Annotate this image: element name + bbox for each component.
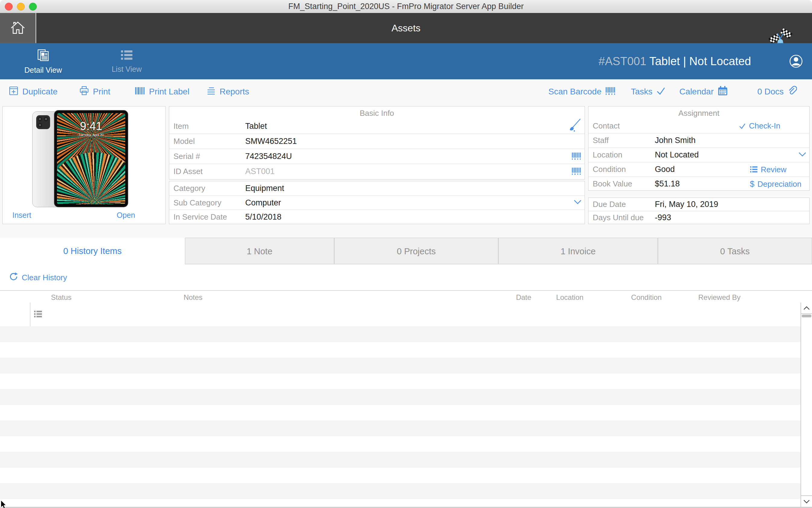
tab-projects[interactable]: 0 Projects — [334, 238, 498, 264]
detail-view-icon — [36, 48, 50, 64]
staff-label: Staff — [589, 136, 655, 145]
tab-notes[interactable]: 1 Note — [185, 238, 334, 264]
scrollbar-thumb[interactable] — [802, 314, 811, 318]
table-row[interactable] — [0, 374, 801, 389]
reports-icon — [206, 86, 216, 98]
days-until-due-value[interactable]: -993 — [655, 213, 671, 222]
review-link[interactable]: Review — [750, 165, 786, 174]
vertical-scrollbar[interactable] — [801, 303, 812, 508]
staff-row: Staff John Smith — [589, 133, 809, 147]
reports-button[interactable]: Reports — [206, 79, 249, 104]
calendar-button[interactable]: Calendar — [679, 79, 728, 104]
item-value[interactable]: Tablet — [245, 122, 267, 131]
scroll-up-button[interactable] — [801, 303, 812, 314]
id-asset-value[interactable]: AST001 — [245, 167, 275, 176]
in-service-row: In Service Date 5/10/2018 — [169, 210, 585, 224]
serial-barcode-icon[interactable] — [571, 152, 582, 162]
calendar-label: Calendar — [679, 87, 714, 96]
book-value-value[interactable]: $51.18 — [655, 179, 680, 188]
table-row[interactable] — [0, 452, 801, 468]
list-view-label: List View — [112, 65, 142, 74]
column-header-reviewed-by: Reviewed By — [698, 292, 740, 303]
subcategory-label: Sub Category — [169, 198, 245, 208]
category-value[interactable]: Equipment — [245, 184, 284, 193]
scroll-down-button[interactable] — [801, 495, 812, 507]
chevron-down-icon — [803, 500, 810, 504]
scan-barcode-label: Scan Barcode — [548, 87, 601, 96]
model-label: Model — [169, 137, 245, 146]
print-label-button[interactable]: Print Label — [134, 79, 189, 104]
due-date-value[interactable]: Fri, May 10, 2019 — [655, 200, 718, 209]
location-row: Location Not Located — [589, 147, 809, 162]
condition-row: Condition Good Review — [589, 162, 809, 176]
serial-value[interactable]: 742354824U — [245, 152, 292, 161]
due-date-row: Due Date Fri, May 10, 2019 — [589, 198, 809, 211]
assignment-title: Assignment — [589, 107, 809, 119]
table-row[interactable] — [0, 436, 801, 452]
window-titlebar: FM_Starting_Point_2020US - FmPro Migrato… — [0, 0, 812, 13]
insert-photo-link[interactable]: Insert — [12, 211, 31, 220]
tab-tasks[interactable]: 0 Tasks — [658, 238, 812, 264]
refresh-icon — [9, 272, 18, 283]
app-window: FM_Starting_Point_2020US - FmPro Migrato… — [0, 0, 812, 508]
table-row[interactable] — [0, 358, 801, 374]
docs-button[interactable]: 0 Docs — [757, 79, 797, 104]
table-row[interactable] — [0, 326, 801, 342]
history-first-row[interactable] — [0, 303, 801, 326]
basic-info-title: Basic Info — [169, 107, 585, 119]
clear-history-link[interactable]: Clear History — [9, 272, 67, 283]
category-panel: Category Equipment Sub Category Computer… — [169, 181, 585, 224]
page-title: Assets — [0, 13, 812, 43]
toolbar: Duplicate Print Print Label — [0, 79, 812, 104]
print-icon — [79, 86, 89, 98]
tab-invoices[interactable]: 1 Invoice — [498, 238, 658, 264]
due-date-panel: Due Date Fri, May 10, 2019 Days Until du… — [588, 198, 810, 224]
ipad-lockscreen-date: Tuesday, April 20 — [57, 133, 125, 137]
duplicate-label: Duplicate — [22, 87, 57, 96]
table-row[interactable] — [0, 405, 801, 421]
subcategory-value[interactable]: Computer — [245, 198, 281, 208]
category-row: Category Equipment — [169, 181, 585, 196]
serial-row: Serial # 742354824U — [169, 149, 585, 164]
duplicate-icon — [8, 86, 19, 98]
tab-list-view[interactable]: List View — [99, 43, 154, 79]
check-in-link[interactable]: Check-In — [739, 121, 780, 131]
contact-label: Contact — [589, 121, 655, 131]
scan-barcode-button[interactable]: Scan Barcode — [548, 79, 616, 104]
ipad-lockscreen-time: 9:41 — [57, 120, 125, 133]
row-list-icon[interactable] — [34, 310, 42, 319]
table-row[interactable] — [0, 468, 801, 483]
user-account-icon[interactable] — [789, 54, 803, 68]
assignment-panel: Assignment Contact Check-In Staff John S… — [588, 106, 810, 190]
docs-count-label: 0 Docs — [757, 87, 784, 96]
item-label: Item — [169, 122, 245, 131]
location-chevron-down-icon[interactable] — [799, 152, 806, 158]
location-label: Location — [589, 150, 655, 160]
print-label-label: Print Label — [149, 87, 189, 96]
table-row[interactable] — [0, 483, 801, 499]
location-value[interactable]: Not Located — [655, 150, 699, 160]
id-barcode-icon[interactable] — [571, 167, 582, 177]
print-button[interactable]: Print — [79, 79, 111, 104]
check-icon — [739, 123, 746, 129]
tab-history-items[interactable]: 0 History Items — [0, 238, 185, 265]
brush-icon[interactable] — [568, 118, 582, 134]
condition-value[interactable]: Good — [655, 165, 675, 174]
depreciation-link[interactable]: $ Depreciation — [750, 179, 802, 188]
tasks-button[interactable]: Tasks — [631, 79, 666, 104]
staff-value[interactable]: John Smith — [655, 136, 695, 145]
duplicate-button[interactable]: Duplicate — [8, 79, 57, 104]
basic-info-panel: Basic Info Item Tablet Model SMW4652251 … — [169, 106, 585, 179]
table-row[interactable] — [0, 389, 801, 405]
tab-detail-view[interactable]: Detail View — [14, 43, 72, 79]
model-value[interactable]: SMW4652251 — [245, 137, 297, 146]
record-id: #AST001 — [598, 55, 646, 68]
table-row[interactable] — [0, 421, 801, 436]
table-row[interactable] — [0, 342, 801, 358]
subcategory-chevron-down-icon[interactable] — [574, 200, 582, 206]
ipad-front-image: 9:41 Tuesday, April 20 — [54, 110, 128, 207]
in-service-value[interactable]: 5/10/2018 — [245, 212, 282, 222]
open-photo-link[interactable]: Open — [117, 211, 135, 220]
related-records-tabs: 0 History Items 1 Note 0 Projects 1 Invo… — [0, 238, 812, 265]
days-until-due-label: Days Until due — [589, 213, 655, 222]
